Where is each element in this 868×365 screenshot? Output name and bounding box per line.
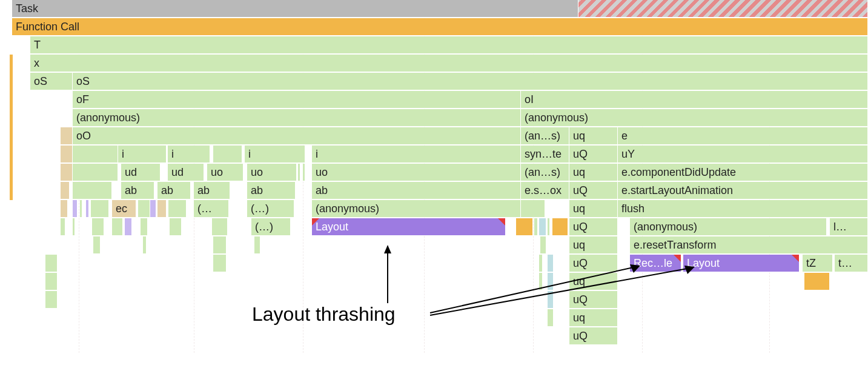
- flame-bar[interactable]: tZ: [803, 255, 833, 272]
- flame-bar[interactable]: uQ: [569, 218, 618, 236]
- flame-bar[interactable]: Task: [12, 0, 578, 18]
- flame-bar[interactable]: [534, 218, 538, 236]
- flame-bar[interactable]: (anonymous): [312, 200, 521, 218]
- flame-bar[interactable]: [143, 236, 147, 254]
- flame-bar[interactable]: [168, 200, 187, 218]
- flame-bar[interactable]: [150, 200, 156, 218]
- flame-bar[interactable]: ud: [168, 164, 204, 181]
- flame-bar[interactable]: uq: [569, 273, 618, 290]
- flame-bar[interactable]: ab: [247, 182, 296, 199]
- flame-bar[interactable]: e.componentDidUpdate: [618, 164, 868, 181]
- flame-bar[interactable]: [548, 218, 550, 236]
- flame-bar[interactable]: (anonymous): [630, 218, 827, 236]
- flame-bar[interactable]: [298, 164, 300, 181]
- flame-bar[interactable]: [157, 200, 167, 218]
- flame-bar[interactable]: uQ: [569, 327, 618, 345]
- flame-bar[interactable]: i: [168, 146, 210, 163]
- flame-bar[interactable]: i: [312, 146, 521, 163]
- flame-bar[interactable]: [45, 255, 58, 272]
- flame-bar[interactable]: ab: [194, 182, 230, 199]
- flame-bar[interactable]: T: [30, 36, 868, 54]
- flame-bar[interactable]: [213, 255, 227, 272]
- flame-bar[interactable]: uq: [569, 309, 618, 327]
- flame-bar[interactable]: [548, 309, 554, 327]
- flame-bar[interactable]: [73, 200, 78, 218]
- flame-bar[interactable]: i: [118, 146, 167, 163]
- flame-bar[interactable]: oS: [73, 73, 868, 90]
- flame-bar[interactable]: ud: [121, 164, 161, 181]
- flame-bar[interactable]: oF: [73, 91, 521, 109]
- flame-bar[interactable]: e.s…ox: [521, 182, 569, 199]
- flame-bar[interactable]: uQ: [569, 255, 618, 272]
- flame-bar[interactable]: uo: [312, 164, 521, 181]
- flame-bar[interactable]: [516, 218, 533, 236]
- flame-bar[interactable]: [125, 218, 132, 236]
- flame-bar[interactable]: [548, 273, 554, 290]
- flame-bar[interactable]: [61, 200, 68, 218]
- flame-bar[interactable]: t…: [835, 255, 868, 272]
- flame-bar[interactable]: [539, 218, 546, 236]
- flame-bar[interactable]: e.startLayoutAnimation: [618, 182, 868, 199]
- flame-bar[interactable]: oS: [30, 73, 73, 90]
- flame-bar[interactable]: (anonymous): [521, 109, 868, 127]
- flame-bar[interactable]: [73, 164, 118, 181]
- flame-bar[interactable]: uq: [569, 236, 618, 254]
- flame-bar[interactable]: [212, 218, 228, 236]
- flame-bar[interactable]: (…): [251, 218, 291, 236]
- flame-bar[interactable]: [213, 236, 227, 254]
- flame-bar[interactable]: [213, 146, 242, 163]
- flame-bar[interactable]: i: [245, 146, 305, 163]
- flame-bar[interactable]: uQ: [569, 182, 618, 199]
- flame-bar[interactable]: [539, 255, 543, 272]
- flame-bar[interactable]: [141, 218, 148, 236]
- flame-bar[interactable]: [303, 164, 305, 181]
- flame-bar[interactable]: ab: [121, 182, 154, 199]
- flame-bar[interactable]: [170, 218, 182, 236]
- flame-bar[interactable]: uq: [569, 200, 618, 218]
- flame-bar[interactable]: [540, 236, 546, 254]
- flame-bar[interactable]: ab: [312, 182, 521, 199]
- flame-bar[interactable]: Layout: [683, 255, 800, 272]
- flame-bar[interactable]: [45, 273, 58, 290]
- flame-bar[interactable]: [73, 218, 75, 236]
- flame-bar[interactable]: ab: [157, 182, 191, 199]
- flame-bar[interactable]: Function Call: [12, 18, 868, 36]
- flame-bar[interactable]: [61, 127, 73, 145]
- flame-bar[interactable]: uo: [247, 164, 297, 181]
- flame-bar[interactable]: x: [30, 55, 868, 72]
- flame-bar[interactable]: [61, 164, 73, 181]
- flame-bar[interactable]: uY: [618, 146, 868, 163]
- flame-bar[interactable]: (anonymous): [73, 109, 521, 127]
- flame-bar[interactable]: [138, 200, 150, 218]
- flame-bar[interactable]: syn…te: [521, 146, 569, 163]
- flame-bar[interactable]: [112, 218, 123, 236]
- flame-bar[interactable]: uo: [207, 164, 244, 181]
- flame-bar[interactable]: [552, 218, 568, 236]
- flame-bar[interactable]: [578, 0, 868, 18]
- flame-bar[interactable]: [45, 291, 58, 309]
- flame-bar[interactable]: [61, 146, 73, 163]
- flame-bar[interactable]: uQ: [569, 291, 618, 309]
- flame-bar[interactable]: [254, 236, 260, 254]
- flame-bar[interactable]: oI: [521, 91, 868, 109]
- flame-bar[interactable]: [93, 236, 101, 254]
- flame-bar[interactable]: [521, 200, 545, 218]
- flame-bar[interactable]: flush: [618, 200, 868, 218]
- flame-bar[interactable]: (an…s): [521, 127, 569, 145]
- flame-bar[interactable]: Layout: [312, 218, 506, 236]
- flame-bar[interactable]: ec: [112, 200, 136, 218]
- flame-bar[interactable]: (an…s): [521, 164, 569, 181]
- flame-bar[interactable]: uq: [569, 164, 618, 181]
- flame-bar[interactable]: [73, 146, 118, 163]
- flame-bar[interactable]: (…: [194, 200, 229, 218]
- flame-bar[interactable]: [61, 182, 70, 199]
- flame-bar[interactable]: [548, 255, 554, 272]
- flame-bar[interactable]: [548, 291, 554, 309]
- flame-bar[interactable]: [61, 218, 65, 236]
- flame-bar[interactable]: (…): [247, 200, 294, 218]
- flame-bar[interactable]: e: [618, 127, 868, 145]
- flame-bar[interactable]: [73, 182, 112, 199]
- flame-bar[interactable]: [92, 218, 104, 236]
- flame-bar[interactable]: [86, 200, 89, 218]
- flame-bar[interactable]: [804, 273, 830, 290]
